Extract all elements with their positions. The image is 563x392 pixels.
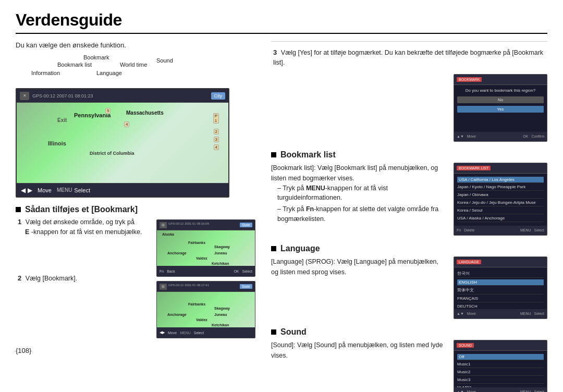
anchorage-label-2: Anchorage bbox=[167, 313, 187, 316]
lang-item-1: 한국어 bbox=[457, 271, 544, 278]
sound-title: Sound bbox=[280, 327, 307, 337]
arrow-right: ▶ bbox=[28, 187, 32, 194]
fairbanks-label-2: Fairbanks bbox=[188, 302, 205, 306]
no-btn[interactable]: No bbox=[457, 96, 544, 103]
sound-top: SOUND bbox=[454, 340, 547, 351]
bml-item-6: USA / Alaska / Anchorage bbox=[457, 216, 544, 222]
confirm-top: BOOKMARK bbox=[454, 75, 547, 85]
illinois-label: Illinois bbox=[48, 140, 66, 146]
bookmark-right-row: BOOKMARK Do you want to bookmark this re… bbox=[271, 74, 547, 142]
sound-text-area: [Sound]: Vælg [Sound] på menubjælken, og… bbox=[271, 340, 447, 393]
bml-item-3: Japan / Okinawa bbox=[457, 192, 544, 199]
massachusetts-label: Massachusetts bbox=[126, 110, 164, 116]
bml-item-2: Japan / Kyoto / Nago Pineapple Park bbox=[457, 185, 544, 191]
map-top-bar: ✕ GPS·00:12 2007·01 08:01:23 City bbox=[17, 89, 228, 103]
bookmarklist-screen-area: BOOKMARK LIST USA / California / Los Ang… bbox=[454, 163, 547, 236]
juneau-label: Juneau bbox=[214, 251, 227, 255]
page-number: {108} bbox=[16, 347, 255, 354]
label-language: Language bbox=[96, 70, 122, 76]
mini-icon-setup-2: ⊞ bbox=[160, 284, 167, 290]
section-sq-2 bbox=[271, 152, 276, 157]
bookmark-right-spacer bbox=[271, 74, 447, 142]
lang-bottom: ▲▼ Move MENU Select bbox=[454, 309, 547, 318]
step-2: 2 Vælg [Bookmark]. bbox=[16, 274, 143, 284]
mini-icons-1: ⊞ GPS·00:12 2001·01 08:16:08 bbox=[160, 222, 209, 228]
label-sound: Sound bbox=[156, 57, 173, 64]
juneau-label-2: Juneau bbox=[214, 313, 227, 316]
bml-bottom: Fn Delete MENU Select bbox=[454, 226, 547, 235]
mini-icon-setup: ⊞ bbox=[160, 222, 167, 228]
bookmarklist-text-area: [Bookmark list]: Vælg [Bookmark list] på… bbox=[271, 163, 447, 236]
bookmark-section-header: Sådan tilføjes et [Bookmark] bbox=[16, 205, 255, 214]
language-screen: LANGUAGE 한국어 ENGLISH 简体中文 FRANÇAIS DEUTS… bbox=[454, 256, 547, 319]
bml-item-4: Korea / Jeju-do / Jeju Bungee-Artpia Mus… bbox=[457, 200, 544, 206]
sound-item-2: Music1 bbox=[457, 362, 544, 368]
lang-item-3: 简体中文 bbox=[457, 287, 544, 295]
move-arrows: ▲▼ bbox=[457, 134, 464, 138]
language-row: [Language] (SPROG): Vælg [Language] på m… bbox=[271, 256, 547, 319]
language-text: [Language] (SPROG): Vælg [Language] på m… bbox=[271, 256, 447, 277]
mini-icons-2: ⊞ GPS·00:12 2001·01 08:17:41 bbox=[160, 284, 209, 290]
move-label: Move bbox=[38, 187, 52, 193]
skagway-label: Skagway bbox=[214, 245, 230, 249]
bookmark-confirm-screen: BOOKMARK Do you want to bookmark this re… bbox=[454, 74, 547, 142]
dialog-text: Do you want to bookmark this region? bbox=[457, 88, 544, 93]
bookmark-steps: 1 Vælg det ønskede område, og tryk på E … bbox=[16, 217, 143, 338]
map-icons: ✕ GPS·00:12 2007·01 08:01:23 bbox=[20, 92, 211, 100]
mini-screenshots: ⊞ GPS·00:12 2001·01 08:16:08 State Alusk… bbox=[156, 219, 255, 338]
sound-arrows: ▲▼ bbox=[457, 390, 464, 392]
fairbanks-label: Fairbanks bbox=[188, 241, 205, 244]
map-content: Exit Pennsylvania Massachusetts Illinois… bbox=[17, 103, 228, 183]
step-1: 1 Vælg det ønskede område, og tryk på E … bbox=[16, 217, 143, 237]
bml-item-1: USA / California / Los Angeles bbox=[457, 177, 544, 183]
select-label: Select bbox=[74, 187, 90, 193]
label-information: Information bbox=[31, 70, 60, 76]
badge-p2: 2 bbox=[214, 129, 219, 134]
label-bookmark: Bookmark bbox=[83, 54, 109, 60]
arrow-left-2: ◀▶ bbox=[160, 330, 165, 335]
city-button[interactable]: City bbox=[211, 92, 226, 100]
bookmark-confirm-area: BOOKMARK Do you want to bookmark this re… bbox=[454, 74, 547, 142]
sound-text: [Sound]: Vælg [Sound] på menubjælken, og… bbox=[271, 340, 447, 361]
nav-arrows: ◀ ▶ bbox=[21, 187, 32, 194]
arrow-left: ◀ bbox=[21, 187, 26, 194]
language-header: Language bbox=[271, 244, 547, 253]
mini-screen-1: ⊞ GPS·00:12 2001·01 08:16:08 State Alusk… bbox=[156, 219, 255, 277]
anchorage-label: Anchorage bbox=[167, 251, 187, 255]
alaska-label: Aluska bbox=[162, 232, 174, 236]
bml-content: USA / California / Los Angeles Japan / K… bbox=[454, 174, 547, 225]
language-screen-area: LANGUAGE 한국어 ENGLISH 简体中文 FRANÇAIS DEUTS… bbox=[454, 256, 547, 319]
valdez-label: Valdez bbox=[196, 256, 207, 260]
sound-item-3: Music2 bbox=[457, 370, 544, 376]
sound-item-4: Music3 bbox=[457, 377, 544, 384]
lang-item-4: FRANÇAIS bbox=[457, 296, 544, 302]
sound-bottom: ▲▼ Move MENU Select bbox=[454, 387, 547, 393]
lang-badge: LANGUAGE bbox=[457, 260, 481, 264]
bookmarklist-title: Bookmark list bbox=[280, 150, 336, 160]
lang-item-2: ENGLISH bbox=[457, 279, 544, 286]
main-map: ✕ GPS·00:12 2007·01 08:01:23 City Exit P… bbox=[16, 88, 229, 198]
section-sq-3 bbox=[271, 246, 276, 251]
ketchikan-label-2: Ketchikan bbox=[212, 323, 229, 327]
section-square bbox=[16, 207, 21, 212]
menu-label: MENU bbox=[57, 187, 72, 193]
ok-key: OK bbox=[523, 134, 528, 138]
yes-btn[interactable]: Yes bbox=[457, 106, 544, 113]
mini-screen-1-top: ⊞ GPS·00:12 2001·01 08:16:08 State bbox=[157, 220, 255, 230]
diagram-labels: Bookmark Bookmark list World time Inform… bbox=[16, 54, 229, 88]
sound-row: [Sound]: Vælg [Sound] på menubjælken, og… bbox=[271, 340, 547, 393]
exit-icon: ✕ bbox=[20, 92, 29, 100]
language-title: Language bbox=[280, 244, 320, 253]
mini-screen-2-top: ⊞ GPS·00:12 2001·01 08:17:41 State bbox=[157, 281, 255, 292]
sound-screen-area: SOUND Off Music1 Music2 Music3 MyMP3 ▲▼ … bbox=[454, 340, 547, 393]
sound-badge: SOUND bbox=[457, 343, 474, 348]
mini-screen-2: ⊞ GPS·00:12 2001·01 08:17:41 State Fairb… bbox=[156, 281, 255, 338]
badge-p1: P1 bbox=[213, 113, 219, 124]
badge-5: 5 bbox=[105, 108, 111, 114]
dash-1: Tryk på MENU-knappen for at få vist turg… bbox=[277, 183, 447, 203]
map-bottom-bar: ◀ ▶ Move MENU Select bbox=[17, 183, 228, 197]
mini-screen-1-bottom: Fn Back OK Select bbox=[157, 266, 255, 276]
confirm-bottom: ▲▼ Move OK Confirm bbox=[454, 132, 547, 141]
page-title: Verdensguide bbox=[16, 10, 547, 34]
confirm-badge: BOOKMARK bbox=[457, 77, 482, 82]
